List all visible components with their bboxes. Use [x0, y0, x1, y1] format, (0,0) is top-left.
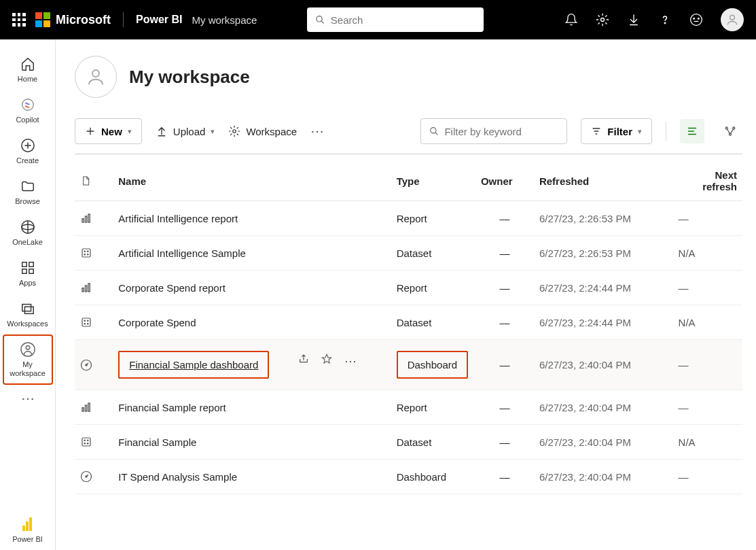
search-input[interactable]	[331, 14, 476, 26]
product-label[interactable]: Power BI	[136, 14, 182, 26]
search-icon	[429, 126, 439, 137]
global-search[interactable]	[307, 7, 484, 32]
item-refreshed: 6/27/23, 2:26:53 PM	[534, 201, 673, 236]
item-name[interactable]: Corporate Spend report	[113, 271, 391, 305]
settings-icon[interactable]	[596, 13, 609, 27]
item-type: Report	[391, 390, 475, 425]
item-type: Dashboard	[391, 460, 475, 494]
browse-icon	[20, 178, 36, 194]
share-icon[interactable]	[298, 354, 309, 368]
table-row[interactable]: Financial Sample dashboard ⋯ Dashboard —…	[75, 340, 742, 390]
svg-point-2	[601, 18, 605, 22]
nav-onelake[interactable]: OneLake	[3, 212, 53, 253]
more-icon[interactable]: ⋯	[344, 354, 357, 368]
nav-browse[interactable]: Browse	[3, 171, 53, 212]
workspace-avatar	[75, 56, 117, 98]
lineage-view-toggle[interactable]	[718, 119, 742, 143]
item-name[interactable]: Artificial Intelligence report	[113, 201, 391, 236]
upload-button[interactable]: Upload ▾	[156, 125, 215, 137]
list-view-toggle[interactable]	[680, 119, 704, 143]
item-name[interactable]: Financial Sample	[113, 425, 391, 460]
item-owner: —	[475, 390, 534, 425]
item-name[interactable]: Artificial Intelligence Sample	[113, 236, 391, 271]
nav-my-workspace[interactable]: My workspace	[3, 334, 53, 385]
feedback-icon[interactable]	[689, 13, 703, 27]
item-name[interactable]: Financial Sample dashboard ⋯	[113, 340, 391, 390]
type-icon	[75, 201, 113, 236]
nav-powerbi[interactable]: Power BI	[3, 509, 53, 550]
my-workspace-icon	[20, 341, 36, 358]
col-next[interactable]: Next refresh	[673, 154, 742, 201]
col-icon[interactable]	[75, 154, 113, 201]
svg-point-44	[84, 324, 86, 325]
item-next-refresh: —	[673, 201, 742, 236]
item-type: Dashboard	[391, 340, 475, 390]
more-icon[interactable]: ⋯	[310, 123, 324, 139]
svg-point-7	[730, 15, 735, 20]
svg-point-57	[86, 476, 87, 477]
nav-apps[interactable]: Apps	[3, 253, 53, 294]
svg-rect-16	[22, 305, 31, 311]
svg-rect-31	[86, 216, 87, 222]
type-icon	[75, 236, 113, 271]
item-refreshed: 6/27/23, 2:40:04 PM	[534, 460, 673, 494]
nav-workspaces[interactable]: Workspaces	[3, 294, 53, 334]
item-next-refresh: —	[673, 460, 742, 494]
col-owner[interactable]: Owner	[475, 154, 534, 201]
help-icon[interactable]	[658, 13, 672, 27]
svg-point-45	[88, 324, 89, 325]
nav-label: Apps	[19, 279, 36, 287]
svg-point-6	[698, 18, 700, 20]
table-row[interactable]: Corporate Spend report Report — 6/27/23,…	[75, 271, 742, 305]
item-name[interactable]: Financial Sample report	[113, 390, 391, 425]
svg-point-53	[88, 440, 89, 441]
svg-rect-20	[22, 526, 25, 531]
breadcrumb[interactable]: My workspace	[192, 14, 257, 26]
table-row[interactable]: Financial Sample Dataset — 6/27/23, 2:40…	[75, 425, 742, 460]
favorite-icon[interactable]	[321, 354, 332, 368]
item-owner: —	[475, 236, 534, 271]
nav-home[interactable]: Home	[3, 49, 53, 90]
download-icon[interactable]	[627, 13, 641, 27]
new-button[interactable]: New ▾	[75, 118, 142, 144]
table-row[interactable]: Financial Sample report Report — 6/27/23…	[75, 390, 742, 425]
account-avatar[interactable]	[721, 8, 744, 31]
page-title: My workspace	[129, 67, 250, 88]
table-row[interactable]: Artificial Intelligence report Report — …	[75, 201, 742, 236]
chevron-down-icon: ▾	[128, 127, 132, 136]
microsoft-logo[interactable]: Microsoft	[35, 12, 111, 27]
workspace-settings-button[interactable]: Workspace	[228, 125, 297, 137]
nav-create[interactable]: Create	[3, 131, 53, 171]
svg-rect-41	[82, 318, 90, 326]
left-nav: Home Copilot Create Browse OneLake Apps …	[0, 39, 56, 550]
table-row[interactable]: Corporate Spend Dataset — 6/27/23, 2:24:…	[75, 305, 742, 340]
main-content: My workspace New ▾ Upload ▾ Workspace ⋯	[56, 39, 756, 550]
workspaces-icon	[20, 300, 36, 317]
nav-more-icon[interactable]: ⋯	[21, 385, 35, 412]
col-type[interactable]: Type	[391, 154, 475, 201]
filter-keyword-input[interactable]	[420, 118, 567, 144]
col-refreshed[interactable]: Refreshed	[534, 154, 673, 201]
item-name[interactable]: Corporate Spend	[113, 305, 391, 340]
svg-point-29	[730, 133, 732, 135]
item-next-refresh: N/A	[673, 236, 742, 271]
item-type: Dataset	[391, 305, 475, 340]
svg-rect-32	[88, 214, 90, 222]
home-icon	[20, 56, 36, 72]
nav-copilot[interactable]: Copilot	[3, 90, 53, 131]
nav-label: Create	[16, 156, 39, 165]
svg-rect-38	[82, 288, 84, 292]
type-icon	[75, 390, 113, 425]
table-row[interactable]: Artificial Intelligence Sample Dataset —…	[75, 236, 742, 271]
item-owner: —	[475, 460, 534, 494]
item-next-refresh: N/A	[673, 425, 742, 460]
filter-button[interactable]: Filter ▾	[581, 118, 652, 144]
item-refreshed: 6/27/23, 2:40:04 PM	[534, 425, 673, 460]
col-name[interactable]: Name	[113, 154, 391, 201]
nav-label: Power BI	[12, 535, 43, 543]
app-launcher-icon[interactable]	[12, 13, 26, 27]
svg-line-1	[321, 21, 324, 24]
item-name[interactable]: IT Spend Analysis Sample	[113, 460, 391, 494]
notifications-icon[interactable]	[564, 13, 578, 27]
table-row[interactable]: IT Spend Analysis Sample Dashboard — 6/2…	[75, 460, 742, 494]
